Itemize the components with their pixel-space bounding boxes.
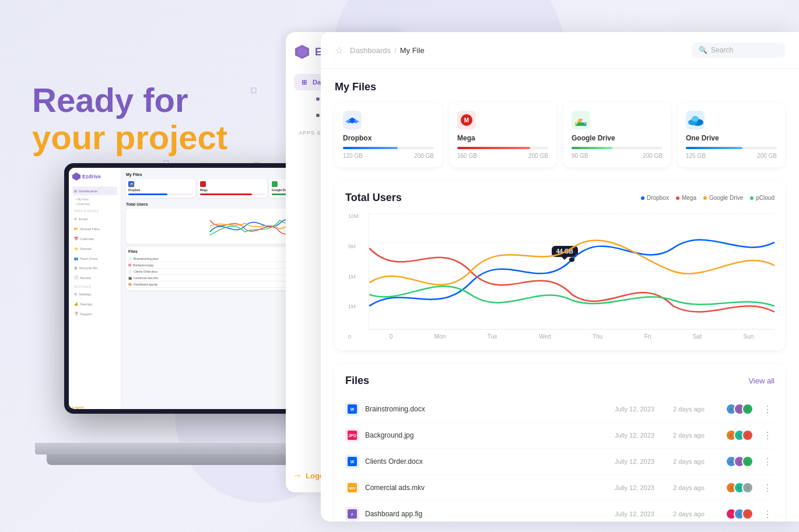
- dot-icon: [316, 97, 320, 101]
- dot-icon-2: [316, 114, 320, 117]
- onedrive-progress: [686, 147, 777, 149]
- myfiles-header: My Files: [335, 81, 785, 93]
- chart-legend: Dropbox Mega Google Drive pCloud: [641, 195, 775, 201]
- laptop-logo: Ezdrive: [72, 172, 117, 181]
- dashboard-panel: ☆ Dashboards / My File 🔍 Search My Files: [321, 32, 799, 522]
- dropbox-sizes: 120 GB 200 GB: [343, 153, 434, 159]
- onedrive-sizes: 125 GB 200 GB: [686, 153, 777, 159]
- storage-card-gdrive: Google Drive 90 GB 200 GB: [563, 103, 671, 167]
- onedrive-name: One Drive: [686, 134, 777, 142]
- view-all-button[interactable]: View all: [748, 376, 775, 385]
- file-icon-jpg: JPG: [345, 428, 359, 442]
- legend-dropbox: Dropbox: [641, 195, 669, 201]
- svg-text:W: W: [351, 407, 355, 411]
- file-date-4: Jully 12, 2023: [615, 484, 673, 491]
- hero-line2: your project: [32, 118, 227, 156]
- files-header: Files View all: [345, 375, 775, 387]
- ezdrive-logo-icon: [294, 44, 310, 60]
- chart-svg: [369, 213, 775, 329]
- mega-icon: M: [457, 111, 476, 129]
- file-avatars-1: A B C: [726, 403, 754, 415]
- chart-header: Total Users Dropbox Mega Google Drive: [345, 192, 775, 204]
- mega-sizes: 160 GB 200 GB: [457, 153, 548, 159]
- search-bar[interactable]: 🔍 Search: [692, 43, 785, 58]
- svg-text:M: M: [464, 117, 469, 124]
- file-avatars-2: D E F: [726, 429, 754, 441]
- file-more-3[interactable]: ⋮: [761, 456, 775, 467]
- laptop-nav-team: 👥 Team Drive: [72, 254, 117, 263]
- file-more-2[interactable]: ⋮: [761, 430, 775, 441]
- svg-text:JPG: JPG: [348, 434, 357, 438]
- gdrive-progress: [572, 147, 663, 149]
- laptop-nav-savings: 💰 Savings: [72, 300, 117, 308]
- legend-mega-label: Mega: [682, 195, 696, 201]
- file-more-1[interactable]: ⋮: [761, 404, 775, 415]
- chart-area: 44 GB: [369, 213, 775, 330]
- laptop-logout: → Logout: [69, 406, 84, 409]
- files-title: Files: [345, 375, 369, 387]
- storage-card-onedrive: One Drive 125 GB 200 GB: [678, 103, 785, 167]
- hero-line1: Ready for: [32, 81, 188, 119]
- file-modified-4: 2 days ago: [673, 484, 726, 491]
- svg-point-6: [692, 116, 699, 122]
- legend-dropbox-label: Dropbox: [647, 195, 669, 201]
- file-date-2: Jully 12, 2023: [615, 432, 673, 439]
- dropbox-icon: [343, 111, 362, 129]
- file-more-4[interactable]: ⋮: [761, 482, 775, 494]
- file-date-1: Jully 12, 2023: [615, 406, 673, 413]
- home-icon: ⊞: [300, 78, 308, 86]
- file-avatars-3: A B C: [726, 456, 754, 467]
- chart-container: 10M 5M 1M 1M 0 44 GB: [369, 213, 775, 340]
- dropbox-progress: [343, 147, 434, 149]
- onedrive-total: 200 GB: [757, 153, 777, 159]
- star-icon: ☆: [335, 45, 343, 56]
- hero-section: Ready for your project: [32, 82, 227, 156]
- file-avatars-4: G H I: [726, 482, 754, 494]
- breadcrumb-sep: /: [394, 46, 397, 55]
- gdrive-total: 200 GB: [643, 153, 663, 159]
- file-row-5: F Dashboard app.fig Jully 12, 2023 2 day…: [345, 501, 775, 522]
- files-section: Files View all W Brainstroming.docx Jull…: [335, 364, 785, 522]
- storage-card-dropbox: Dropbox 120 GB 200 GB: [335, 103, 442, 167]
- file-modified-5: 2 days ago: [673, 510, 726, 517]
- laptop-nav-recent: 🕐 Recent: [72, 273, 117, 282]
- laptop-nav-calendar: 📅 Calendar: [72, 234, 117, 243]
- mega-progress: [457, 147, 548, 149]
- breadcrumb-dashboards: Dashboards: [350, 46, 391, 55]
- laptop-nav-shared: 📂 Shared Files: [72, 224, 117, 233]
- laptop-nav-recycle: 🗑 Recycle Bin: [72, 264, 117, 272]
- dropbox-name: Dropbox: [343, 134, 434, 142]
- file-date-3: Jully 12, 2023: [615, 458, 673, 465]
- mega-used: 160 GB: [457, 153, 477, 159]
- breadcrumb: Dashboards / My File: [350, 46, 685, 55]
- svg-text:F: F: [351, 513, 353, 516]
- file-icon-docx2: W: [345, 455, 359, 468]
- legend-mega: Mega: [676, 195, 696, 201]
- chart-x-axis: 0 Mon Tue Wed Thu Fri Sat Sun: [369, 333, 775, 340]
- chart-y-axis: 10M 5M 1M 1M 0: [348, 213, 359, 340]
- laptop-logo-text: Ezdrive: [82, 174, 101, 179]
- gdrive-used: 90 GB: [572, 153, 588, 159]
- file-modified-2: 2 days ago: [673, 432, 726, 439]
- laptop-nav-email: ✉ Email: [72, 214, 117, 223]
- logout-icon: →: [293, 470, 302, 481]
- file-modified-3: 2 days ago: [673, 458, 726, 465]
- file-name-3: Clients Order.docx: [365, 457, 615, 466]
- file-row-4: MKV Comercial ads.mkv Jully 12, 2023 2 d…: [345, 475, 775, 501]
- file-name-5: Dashboard app.fig: [365, 510, 615, 518]
- dashboard-content: My Files Dropbox 120 GB 200 GB: [321, 67, 799, 522]
- storage-card-mega: M Mega 160 GB 200 GB: [449, 103, 556, 167]
- svg-point-7: [569, 258, 574, 262]
- search-icon: 🔍: [699, 46, 707, 54]
- file-date-5: Jully 12, 2023: [615, 510, 673, 517]
- file-more-5[interactable]: ⋮: [761, 509, 775, 520]
- mega-name: Mega: [457, 134, 548, 142]
- legend-gdrive: Google Drive: [703, 195, 743, 201]
- laptop-nav-starred: ⭐ Starred: [72, 244, 117, 253]
- storage-cards-row: Dropbox 120 GB 200 GB M Mega: [335, 103, 785, 167]
- laptop-sidebar: Ezdrive ⊞ Dashboards • My Files • Overvi…: [69, 168, 121, 409]
- mega-total: 200 GB: [528, 153, 548, 159]
- gdrive-sizes: 90 GB 200 GB: [572, 153, 663, 159]
- gdrive-icon: [572, 111, 590, 129]
- file-name-2: Background.jpg: [365, 431, 615, 439]
